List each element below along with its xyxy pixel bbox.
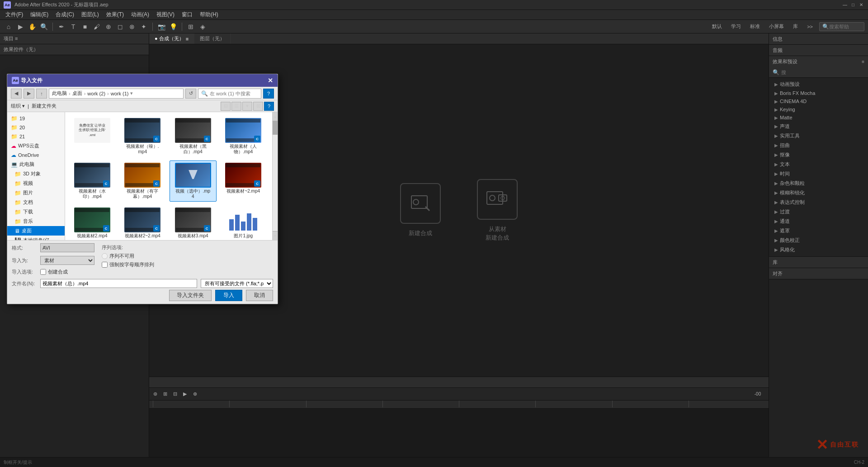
breadcrumb-pc[interactable]: 此电脑	[52, 90, 67, 97]
file-watermark-video[interactable]: C 视频素材（水印）.mp4	[69, 160, 116, 202]
file-xml[interactable]: 免费佳宜 让毕业生求职'经装上阵'.xml	[69, 116, 116, 157]
file-subtitle-video[interactable]: C 视频素材（有字幕）.mp4	[119, 160, 166, 202]
sidebar-localdisk[interactable]: 💾 本地磁盘(亿...	[7, 236, 65, 240]
library-header[interactable]: 库	[769, 257, 868, 268]
audio-header[interactable]: 音频	[769, 45, 868, 56]
timeline-btn-4[interactable]: ▶	[181, 390, 189, 398]
effect-time[interactable]: ▶时间	[771, 169, 866, 179]
sidebar-21[interactable]: 📁 21	[7, 132, 65, 141]
new-comp-action[interactable]: 新建合成	[400, 183, 441, 237]
cancel-button[interactable]: 取消	[246, 290, 273, 301]
tool-light[interactable]: 💡	[168, 22, 178, 32]
breadcrumb-work1[interactable]: work (1)	[111, 91, 129, 96]
tool-hand[interactable]: ✋	[27, 22, 37, 32]
sidebar-20[interactable]: 📁 20	[7, 123, 65, 132]
view-btn-help2[interactable]: ?	[264, 102, 274, 111]
file-person-video[interactable]: C 视频素材（人物）.mp4	[220, 116, 267, 157]
nav-back[interactable]: ◀	[11, 89, 22, 99]
tab-layer-none[interactable]: 图层（无）	[194, 33, 231, 44]
effect-matte[interactable]: ▶Matte	[771, 113, 866, 122]
workspace-more[interactable]: >>	[804, 23, 816, 30]
effect-distort[interactable]: ▶扭曲	[771, 141, 866, 150]
effect-generate[interactable]: ▶通道	[771, 217, 866, 226]
seq-opt2-check[interactable]	[102, 262, 108, 268]
nav-help[interactable]: ?	[263, 89, 274, 99]
dialog-close-button[interactable]: ✕	[268, 77, 273, 84]
tool-clone[interactable]: ⊕	[104, 22, 113, 32]
tool-3d[interactable]: ◈	[198, 22, 208, 32]
file-selected-video[interactable]: 项目类型: MP4 文件 大小 7.31 MB 时长: 00:00:19 视频（…	[170, 160, 217, 202]
breadcrumb-desktop[interactable]: 桌面	[72, 90, 82, 97]
create-comp-check[interactable]	[40, 269, 46, 275]
maximize-button[interactable]: □	[850, 2, 856, 8]
file-chart-jpg[interactable]: 图片1.jpg	[220, 205, 267, 240]
menu-file[interactable]: 文件(F)	[2, 10, 27, 19]
file-noise-video[interactable]: C 视频素材（噪）.mp4	[119, 116, 166, 157]
tool-select[interactable]: ▶	[15, 22, 25, 32]
filetype-select[interactable]: 所有可接受的文件 (*.fla;*.prpr ▾	[201, 279, 273, 288]
timeline-btn-3[interactable]: ⊟	[171, 390, 179, 398]
effect-channel[interactable]: ▶声道	[771, 122, 866, 131]
breadcrumb-dropdown[interactable]: ▾	[130, 90, 133, 96]
nav-up[interactable]: ↑	[36, 89, 47, 99]
sidebar-music[interactable]: 📁 音乐	[7, 217, 65, 226]
effects-menu-icon[interactable]: ≡	[862, 59, 864, 64]
sidebar-3d[interactable]: 📁 3D 对象	[7, 169, 65, 179]
effect-noise[interactable]: ▶杂色和颗粒	[771, 179, 866, 188]
sidebar-downloads[interactable]: 📁 下载	[7, 207, 65, 217]
tool-shape[interactable]: ■	[80, 22, 90, 32]
effect-animation-presets[interactable]: ▶动画预设	[771, 80, 866, 89]
tab-comp-none[interactable]: ● 合成（无） ≡	[149, 33, 194, 44]
menu-layer[interactable]: 图层(L)	[78, 10, 103, 19]
sidebar-19[interactable]: 📁 19	[7, 114, 65, 123]
filename-input[interactable]	[40, 279, 197, 288]
import-folder-button[interactable]: 导入文件夹	[169, 290, 212, 301]
workspace-small[interactable]: 小屏幕	[766, 22, 787, 31]
effects-header[interactable]: 效果和预设 ≡	[769, 56, 868, 67]
effect-transition[interactable]: ▶过渡	[771, 207, 866, 217]
file-video22[interactable]: C 视频素材2~2.mp4	[119, 205, 166, 240]
file-scrollbar[interactable]: ▲ ▼	[272, 112, 278, 240]
sidebar-video[interactable]: 📁 视频	[7, 179, 65, 188]
effect-cinema4d[interactable]: ▶CINEMA 4D	[771, 97, 866, 105]
effect-text[interactable]: ▶文本	[771, 160, 866, 169]
view-btn-grid[interactable]: ⊟	[221, 102, 231, 111]
timeline-btn-2[interactable]: ⊞	[161, 390, 169, 398]
effect-keying[interactable]: ▶Keying	[771, 105, 866, 113]
workspace-default[interactable]: 默认	[709, 22, 725, 31]
nav-forward[interactable]: ▶	[24, 89, 34, 99]
file-video2-alt[interactable]: C 视频素材~2.mp4	[220, 160, 267, 202]
info-header[interactable]: 信息	[769, 33, 868, 44]
tool-puppet[interactable]: ✦	[139, 22, 149, 32]
workspace-lib[interactable]: 库	[790, 22, 801, 31]
effect-keyer[interactable]: ▶抠像	[771, 150, 866, 160]
effect-blur[interactable]: ▶模糊和锐化	[771, 188, 866, 198]
scroll-thumb[interactable]	[273, 121, 278, 135]
effect-color[interactable]: ▶颜色校正	[771, 236, 866, 245]
file-video3[interactable]: C 视频素材3.mp4	[170, 205, 217, 240]
scroll-up-btn[interactable]: ▲	[273, 112, 278, 121]
nav-refresh[interactable]: ↺	[185, 89, 196, 99]
sidebar-images[interactable]: 📁 图片	[7, 188, 65, 198]
minimize-button[interactable]: —	[842, 2, 848, 8]
menu-effects[interactable]: 效果(T)	[103, 10, 127, 19]
search-effects-input[interactable]	[781, 70, 864, 75]
sidebar-wps[interactable]: ☁ WPS云盘	[7, 141, 65, 151]
menu-help[interactable]: 帮助(H)	[196, 10, 222, 19]
menu-view[interactable]: 视图(V)	[153, 10, 178, 19]
tool-brush[interactable]: 🖌	[92, 22, 102, 32]
view-btn-list[interactable]: ☰	[231, 102, 241, 111]
menu-edit[interactable]: 编辑(E)	[27, 10, 52, 19]
effect-stylize[interactable]: ▶风格化	[771, 245, 866, 255]
tab-comp-menu[interactable]: ≡	[186, 36, 189, 42]
effect-expression[interactable]: ▶表达式控制	[771, 198, 866, 207]
workspace-standard[interactable]: 标准	[747, 22, 763, 31]
menu-window[interactable]: 窗口	[178, 10, 196, 19]
tool-roto[interactable]: ⊗	[127, 22, 137, 32]
scroll-down-btn[interactable]: ▼	[273, 231, 278, 240]
file-bw-video[interactable]: C 视频素材（黑白）.mp4	[170, 116, 217, 157]
align-header[interactable]: 对齐	[769, 268, 868, 279]
sidebar-thispc[interactable]: 💻 此电脑	[7, 160, 65, 169]
tool-zoom[interactable]: 🔍	[39, 22, 49, 32]
sidebar-onedrive[interactable]: ☁ OneDrive	[7, 151, 65, 160]
